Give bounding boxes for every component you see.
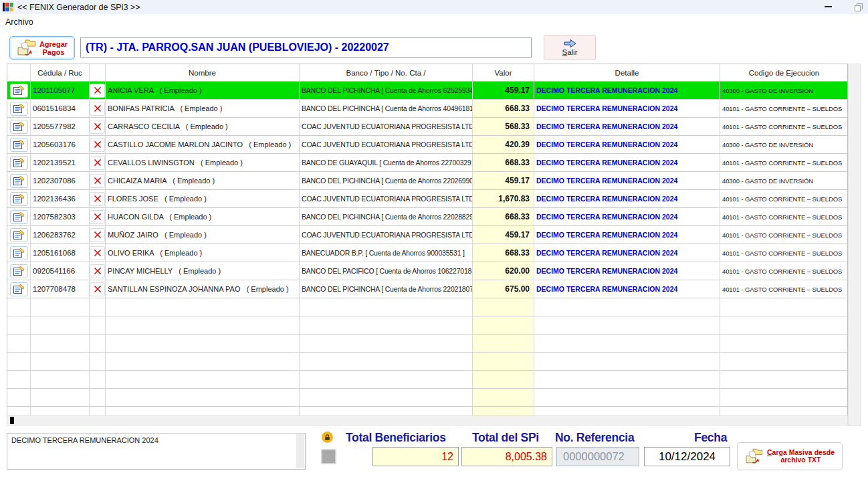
- header-edit-column: [7, 64, 31, 81]
- nombre-cell: MUÑOZ JAIRO ( Empleado ): [106, 226, 300, 244]
- table-row[interactable]: 0601516834 BONIFAS PATRICIA ( Empleado )…: [7, 100, 847, 118]
- table-row[interactable]: 1205161068 OLIVO ERIKA ( Empleado ) BANE…: [7, 244, 847, 262]
- delete-cell: [90, 262, 106, 280]
- restore-icon[interactable]: [852, 2, 865, 13]
- edit-form-icon: [13, 230, 25, 240]
- delete-cell: [90, 190, 106, 208]
- entity-title-field[interactable]: (TR) - JTA. PARROQ.SAN JUAN (PUEBLOVIEJO…: [80, 37, 532, 58]
- edit-record-button[interactable]: [10, 84, 28, 98]
- delete-row-button[interactable]: [90, 282, 105, 296]
- edit-cell: [7, 244, 31, 262]
- total-spi-label: Total del SPi: [472, 431, 539, 445]
- edit-record-button[interactable]: [10, 246, 28, 260]
- empty-table-row: [7, 353, 847, 371]
- delete-row-button[interactable]: [90, 156, 105, 170]
- cedula-cell: 1205161068: [31, 244, 90, 262]
- edit-record-button[interactable]: [10, 282, 28, 296]
- edit-record-button[interactable]: [10, 192, 28, 206]
- valor-cell: 675.00: [473, 280, 534, 298]
- salir-label: Salir: [562, 48, 577, 56]
- delete-row-button[interactable]: [90, 228, 105, 242]
- detalle-cell: DECIMO TERCERA REMUNERACION 2024: [534, 280, 720, 298]
- table-row[interactable]: 1205603176 CASTILLO JACOME MARLON JACINT…: [7, 136, 847, 154]
- salir-button[interactable]: Salir: [544, 35, 596, 60]
- fecha-field[interactable]: 10/12/2024: [644, 447, 730, 466]
- edit-record-button[interactable]: [10, 102, 28, 116]
- delete-x-icon: [94, 159, 102, 167]
- codigo-cell: 40101 - GASTO CORRIENTE – SUELDOS: [720, 154, 848, 172]
- detalle-cell: DECIMO TERCERA REMUNERACION 2024: [534, 100, 720, 118]
- bulk-load-folder-icon: [745, 447, 764, 466]
- edit-cell: [7, 136, 31, 154]
- header-valor: Valor: [473, 64, 534, 81]
- delete-x-icon: [94, 177, 102, 185]
- codigo-cell: 40300 - GASTO DE INVERSIÓN: [720, 82, 848, 100]
- table-row[interactable]: 1207582303 HUACON GILDA ( Empleado ) BAN…: [7, 208, 847, 226]
- carga-masiva-button[interactable]: Carga Masiva desde archivo TXT: [737, 442, 843, 470]
- header-delete-column: [90, 64, 106, 81]
- detalle-scrollbar[interactable]: [296, 434, 304, 468]
- delete-cell: [90, 244, 106, 262]
- table-row[interactable]: 1206283762 MUÑOZ JAIRO ( Empleado ) COAC…: [7, 226, 847, 244]
- table-row[interactable]: 1202136436 FLORES JOSE ( Empleado ) COAC…: [7, 190, 847, 208]
- cedula-cell: 1202307086: [31, 172, 90, 190]
- edit-record-button[interactable]: [10, 228, 28, 242]
- empty-table-row: [7, 316, 847, 334]
- total-spi-value: 8,005.38: [461, 447, 552, 466]
- codigo-cell: 40101 - GASTO CORRIENTE – SUELDOS: [720, 208, 848, 226]
- agregar-pagos-button[interactable]: Agregar Pagos: [9, 36, 75, 60]
- edit-record-button[interactable]: [10, 174, 28, 188]
- edit-form-icon: [13, 284, 25, 294]
- delete-cell: [90, 100, 106, 118]
- gray-indicator-button[interactable]: [321, 449, 336, 464]
- grid-body: 1201105077 ANICIA VERA ( Empleado ) BANC…: [7, 82, 847, 415]
- detalle-text: DECIMO TERCERA REMUNERACION 2024: [11, 436, 158, 444]
- delete-row-button[interactable]: [90, 84, 105, 98]
- valor-cell: 568.33: [473, 118, 534, 136]
- codigo-cell: 40101 - GASTO CORRIENTE – SUELDOS: [720, 100, 848, 118]
- delete-row-button[interactable]: [90, 264, 105, 278]
- edit-form-icon: [13, 140, 25, 150]
- edit-form-icon: [13, 122, 25, 132]
- delete-row-button[interactable]: [90, 174, 105, 188]
- table-row[interactable]: 1207708478 SANTILLAN ESPINOZA JOHANNA PA…: [7, 280, 847, 298]
- cedula-cell: 0601516834: [31, 100, 90, 118]
- edit-cell: [7, 280, 31, 298]
- header-detalle: Detalle: [534, 64, 720, 81]
- horizontal-scrollbar-thumb[interactable]: [10, 417, 14, 424]
- table-row[interactable]: 0920541166 PINCAY MICHELLY ( Empleado ) …: [7, 262, 847, 280]
- banco-cell: BANCO DEL PICHINCHA [ Cuenta de Ahorros …: [300, 100, 473, 118]
- table-row[interactable]: 1201105077 ANICIA VERA ( Empleado ) BANC…: [7, 82, 847, 100]
- edit-record-button[interactable]: [10, 210, 28, 224]
- delete-row-button[interactable]: [90, 102, 105, 116]
- detalle-cell: DECIMO TERCERA REMUNERACION 2024: [534, 208, 720, 226]
- vertical-scrollbar[interactable]: [848, 64, 861, 426]
- delete-row-button[interactable]: [90, 246, 105, 260]
- delete-x-icon: [94, 104, 102, 112]
- delete-cell: [90, 280, 106, 298]
- delete-row-button[interactable]: [90, 192, 105, 206]
- delete-row-button[interactable]: [90, 138, 105, 152]
- edit-record-button[interactable]: [10, 156, 28, 170]
- delete-row-button[interactable]: [90, 210, 105, 224]
- header-cedula: Cédula / Ruc: [31, 64, 90, 81]
- table-row[interactable]: 1202139521 CEVALLOS LIWINSGTON ( Emplead…: [7, 154, 847, 172]
- valor-cell: 668.33: [473, 244, 534, 262]
- horizontal-scrollbar[interactable]: [7, 415, 848, 425]
- delete-row-button[interactable]: [90, 120, 105, 134]
- detalle-textarea[interactable]: DECIMO TERCERA REMUNERACION 2024: [7, 433, 306, 470]
- edit-record-button[interactable]: [10, 138, 28, 152]
- grid-header-row: Cédula / Ruc Nombre Banco / Tipo / No. C…: [7, 64, 847, 82]
- minimize-icon[interactable]: [821, 2, 835, 13]
- edit-record-button[interactable]: [10, 120, 28, 134]
- edit-record-button[interactable]: [10, 264, 28, 278]
- table-row[interactable]: 1205577982 CARRASCO CECILIA ( Empleado )…: [7, 118, 847, 136]
- edit-form-icon: [13, 158, 25, 168]
- menu-item-archivo[interactable]: Archivo: [0, 16, 39, 28]
- empty-table-row: [7, 371, 847, 389]
- codigo-cell: 40300 - GASTO DE INVERSIÓN: [720, 172, 848, 190]
- table-row[interactable]: 1202307086 CHICAIZA MARIA ( Empleado ) B…: [7, 172, 847, 190]
- nombre-cell: CEVALLOS LIWINSGTON ( Empleado ): [106, 154, 300, 172]
- codigo-cell: 40101 - GASTO CORRIENTE – SUELDOS: [720, 262, 848, 280]
- edit-form-icon: [13, 212, 25, 222]
